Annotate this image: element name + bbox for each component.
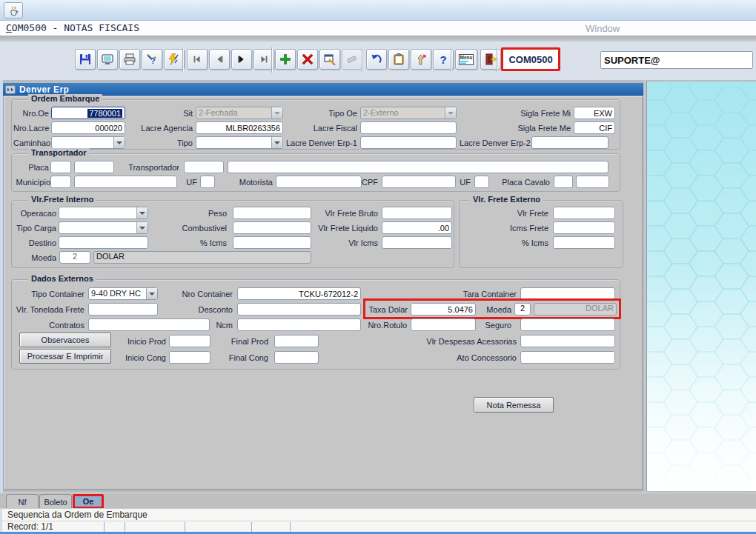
nav-next-button[interactable] xyxy=(231,49,252,70)
menu-button[interactable]: Menu xyxy=(455,49,477,70)
placa-cavalo-field-2[interactable] xyxy=(576,176,609,188)
toolbar: ? ★ xyxy=(0,41,756,80)
municipio-nome-field[interactable] xyxy=(74,176,177,188)
chevron-down-icon[interactable] xyxy=(445,107,456,119)
operacao-dropdown[interactable] xyxy=(59,207,148,219)
moeda2-codigo-field[interactable]: 2 xyxy=(514,303,531,316)
print-icon xyxy=(124,53,136,65)
save-icon xyxy=(79,53,91,65)
clipboard-button[interactable] xyxy=(388,49,409,70)
nav-prev-button[interactable] xyxy=(209,49,230,70)
ncm-field[interactable] xyxy=(237,318,361,331)
nro-container-field[interactable] xyxy=(237,287,361,300)
group-ordem-embarque: Ordem Embarque Nro.Oe 7780001 Sit 2-Fech… xyxy=(11,99,620,150)
placa-field-1[interactable] xyxy=(50,161,71,173)
honeycomb-pattern xyxy=(647,81,756,491)
pct-icms-label: % Icms xyxy=(145,238,227,248)
display-button[interactable] xyxy=(97,49,118,70)
caminhao-dropdown[interactable] xyxy=(51,136,125,149)
chevron-down-icon[interactable] xyxy=(146,288,157,299)
window-titlebar xyxy=(0,0,756,21)
desconto-field[interactable] xyxy=(237,303,361,316)
processar-imprimir-button[interactable]: Processar E Imprimir xyxy=(19,349,111,364)
vlr-icms-field[interactable] xyxy=(382,236,452,249)
inicio-prod-field[interactable] xyxy=(169,335,210,347)
sigla-frete-me-label: Sigla Frete Me xyxy=(464,123,571,133)
tipo-oe-dropdown[interactable]: 2-Externo xyxy=(360,107,457,119)
group-vlr-frete-externo: Vlr. Frete Externo Vlr Frete Icms Frete … xyxy=(459,200,623,268)
desconto-label: Desconto xyxy=(160,304,233,315)
pointing-hand-icon xyxy=(415,53,427,65)
icms-frete-ext-label: Icms Frete xyxy=(464,223,548,233)
cpf-field[interactable] xyxy=(382,176,456,188)
placa-cavalo-field-1[interactable] xyxy=(554,176,573,188)
sigla-frete-mi-field[interactable] xyxy=(574,107,615,119)
java-app-button[interactable] xyxy=(4,2,23,19)
tara-container-field[interactable] xyxy=(520,287,615,300)
pct-icms-ext-field[interactable] xyxy=(553,236,615,249)
vlr-frete-bruto-field[interactable] xyxy=(382,207,452,219)
vlr-frete-ext-field[interactable] xyxy=(553,207,615,219)
lacre-denver-erp2-field[interactable] xyxy=(531,136,609,149)
vlr-despesas-field[interactable] xyxy=(520,335,615,347)
svg-text:Menu: Menu xyxy=(460,55,473,60)
taxa-dolar-field[interactable] xyxy=(411,303,476,316)
nro-lacre-field[interactable] xyxy=(51,121,125,134)
tab-nf[interactable]: Nf xyxy=(6,494,39,509)
vlr-frete-ext-label: Vlr Frete xyxy=(464,208,548,218)
combustivel-label: Combustivel xyxy=(145,223,227,233)
insert-record-button[interactable] xyxy=(275,49,296,70)
delete-record-button[interactable] xyxy=(297,49,318,70)
destino-field[interactable] xyxy=(59,236,148,249)
tipo-container-dropdown[interactable]: 9-40 DRY HC xyxy=(88,287,158,300)
seguro-field[interactable] xyxy=(520,318,615,331)
menu-window[interactable]: Window xyxy=(586,23,620,34)
nav-first-button[interactable] xyxy=(187,49,208,70)
sigla-frete-me-field[interactable] xyxy=(574,121,615,134)
tab-boleto[interactable]: Boleto xyxy=(39,494,72,509)
user-field[interactable] xyxy=(600,51,753,69)
clipboard-icon xyxy=(393,53,405,65)
cancel-query-button[interactable] xyxy=(342,49,362,70)
print-button[interactable] xyxy=(119,49,140,70)
nro-container-label: Nro Container xyxy=(160,289,233,299)
icms-frete-ext-field[interactable] xyxy=(553,221,615,234)
tipo-carga-dropdown[interactable] xyxy=(59,221,148,234)
tipo-label: Tipo xyxy=(123,138,193,148)
lacre-denver-erp2-label: Lacre Denver Erp-2 xyxy=(460,138,528,148)
lacre-denver-erp1-field[interactable] xyxy=(360,136,457,149)
transportador-codigo-field[interactable] xyxy=(184,161,224,173)
statusbar-divider xyxy=(185,522,185,532)
plus-icon xyxy=(279,53,291,65)
nro-oe-field[interactable]: 7780001 xyxy=(51,107,125,119)
municipio-codigo-field[interactable] xyxy=(50,176,71,188)
execute-query-button[interactable] xyxy=(411,49,431,70)
nro-rotulo-field[interactable] xyxy=(411,318,476,331)
save-button[interactable] xyxy=(75,49,96,70)
lacre-fiscal-field[interactable] xyxy=(360,121,457,134)
denver-erp-window: Denver Erp Ordem Embarque Nro.Oe 7780001… xyxy=(3,83,643,490)
tab-oe[interactable]: Oe xyxy=(73,494,104,509)
ncm-label: Ncm xyxy=(190,320,233,330)
uf2-field[interactable] xyxy=(474,176,489,188)
placa-label: Placa xyxy=(13,162,49,173)
item-help-button[interactable]: ? ★ xyxy=(142,49,162,70)
moeda-codigo-field[interactable]: 2 xyxy=(59,251,90,264)
vlr-icms-label: Vlr Icms xyxy=(294,238,378,248)
menu-module-title[interactable]: COM0500 - NOTAS FISCAIS xyxy=(6,22,139,33)
inicio-cong-field[interactable] xyxy=(169,351,210,364)
transportador-nome-field[interactable] xyxy=(228,161,609,173)
statusbar-divider xyxy=(125,522,125,532)
nota-remessa-button[interactable]: Nota Remessa xyxy=(474,397,554,413)
enter-query-button[interactable] xyxy=(319,49,340,70)
observacoes-button[interactable]: Observacoes xyxy=(19,333,111,347)
tab-bar: Nf Boleto Oe xyxy=(0,493,756,508)
vlr-frete-liquido-field[interactable] xyxy=(382,221,452,234)
execute-button[interactable] xyxy=(164,49,185,70)
ato-concessorio-field[interactable] xyxy=(520,351,615,364)
group-title: Vlr. Frete Externo xyxy=(470,195,543,204)
vlr-tonelada-frete-field[interactable] xyxy=(88,303,158,316)
taxa-dolar-label: Taxa Dolar xyxy=(366,304,408,315)
uf-field[interactable] xyxy=(200,176,215,188)
undo-button[interactable] xyxy=(366,49,387,70)
